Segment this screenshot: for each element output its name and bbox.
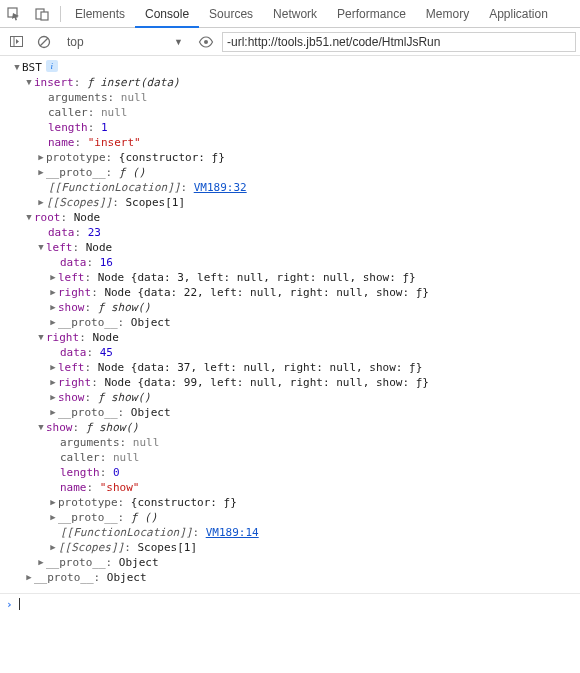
prop-key: data	[48, 225, 75, 240]
prop-key[interactable]: prototype	[46, 150, 106, 165]
disclosure-triangle[interactable]: ▶	[48, 360, 58, 375]
prop-key[interactable]: right	[58, 285, 91, 300]
disclosure-triangle[interactable]: ▶	[36, 555, 46, 570]
eye-icon[interactable]	[194, 30, 218, 54]
prop-key[interactable]: __proto__	[34, 570, 94, 585]
prop-key[interactable]: __proto__	[58, 405, 118, 420]
disclosure-triangle[interactable]: ▼	[36, 420, 46, 435]
prop-key[interactable]: insert	[34, 75, 74, 90]
tab-memory[interactable]: Memory	[416, 0, 479, 28]
prop-key: caller	[48, 105, 88, 120]
prop-value: null	[113, 450, 140, 465]
prop-value[interactable]: ƒ insert(data)	[87, 75, 180, 90]
prop-value[interactable]: Scopes[1]	[125, 195, 185, 210]
disclosure-triangle[interactable]: ▼	[24, 75, 34, 90]
prop-value[interactable]: ƒ ()	[131, 510, 158, 525]
prop-key[interactable]: __proto__	[46, 165, 106, 180]
disclosure-triangle[interactable]: ▼	[12, 60, 22, 75]
prop-key[interactable]: __proto__	[58, 510, 118, 525]
disclosure-triangle[interactable]: ▼	[36, 330, 46, 345]
inspect-icon[interactable]	[0, 0, 28, 28]
prop-key[interactable]: [[Scopes]]	[58, 540, 124, 555]
prop-key[interactable]: left	[58, 270, 85, 285]
prop-value[interactable]: Node {data: 22, left: null, right: null,…	[104, 285, 429, 300]
prop-value[interactable]: Object	[131, 405, 171, 420]
prop-key[interactable]: __proto__	[46, 555, 106, 570]
prop-key: length	[60, 465, 100, 480]
prop-value[interactable]: Object	[107, 570, 147, 585]
disclosure-triangle[interactable]: ▶	[48, 390, 58, 405]
prop-value[interactable]: Node	[74, 210, 101, 225]
context-selector[interactable]: top ▼	[60, 32, 190, 52]
disclosure-triangle[interactable]: ▶	[48, 270, 58, 285]
prop-value[interactable]: {constructor: ƒ}	[131, 495, 237, 510]
tab-performance[interactable]: Performance	[327, 0, 416, 28]
tab-elements[interactable]: Elements	[65, 0, 135, 28]
disclosure-triangle[interactable]: ▶	[48, 300, 58, 315]
prop-key[interactable]: right	[58, 375, 91, 390]
disclosure-triangle[interactable]: ▶	[48, 315, 58, 330]
prompt-caret-icon: ›	[6, 598, 13, 611]
disclosure-triangle[interactable]: ▶	[48, 510, 58, 525]
disclosure-triangle[interactable]: ▶	[36, 165, 46, 180]
disclosure-triangle[interactable]: ▶	[36, 195, 46, 210]
prop-value: 45	[100, 345, 113, 360]
prop-value[interactable]: ƒ ()	[119, 165, 146, 180]
prop-value: "insert"	[88, 135, 141, 150]
sidebar-toggle-icon[interactable]	[4, 30, 28, 54]
disclosure-triangle[interactable]: ▶	[48, 375, 58, 390]
prop-key[interactable]: prototype	[58, 495, 118, 510]
prop-value[interactable]: Node {data: 37, left: null, right: null,…	[98, 360, 423, 375]
disclosure-triangle[interactable]: ▶	[48, 405, 58, 420]
tab-console[interactable]: Console	[135, 0, 199, 28]
prop-value[interactable]: Node {data: 99, left: null, right: null,…	[104, 375, 429, 390]
disclosure-triangle[interactable]: ▶	[48, 540, 58, 555]
prop-key[interactable]: show	[58, 390, 85, 405]
tab-sources[interactable]: Sources	[199, 0, 263, 28]
prop-key[interactable]: right	[46, 330, 79, 345]
prop-key[interactable]: root	[34, 210, 61, 225]
prop-key[interactable]: left	[46, 240, 73, 255]
prop-key[interactable]: show	[46, 420, 73, 435]
prop-value: 16	[100, 255, 113, 270]
disclosure-triangle[interactable]: ▶	[24, 570, 34, 585]
console-toolbar: top ▼	[0, 28, 580, 56]
disclosure-triangle[interactable]: ▶	[48, 285, 58, 300]
source-link[interactable]: VM189:14	[206, 525, 259, 540]
prop-value[interactable]: Object	[131, 315, 171, 330]
disclosure-triangle[interactable]: ▶	[36, 150, 46, 165]
prop-key[interactable]: show	[58, 300, 85, 315]
prop-value[interactable]: ƒ show()	[86, 420, 139, 435]
tab-application[interactable]: Application	[479, 0, 558, 28]
clear-console-icon[interactable]	[32, 30, 56, 54]
prop-value[interactable]: Node {data: 3, left: null, right: null, …	[98, 270, 416, 285]
filter-input[interactable]	[222, 32, 576, 52]
prop-key[interactable]: left	[58, 360, 85, 375]
disclosure-triangle[interactable]: ▼	[24, 210, 34, 225]
info-icon[interactable]: i	[46, 60, 58, 72]
prop-value[interactable]: Scopes[1]	[137, 540, 197, 555]
prop-value[interactable]: Object	[119, 555, 159, 570]
divider	[60, 6, 61, 22]
device-toggle-icon[interactable]	[28, 0, 56, 28]
tab-network[interactable]: Network	[263, 0, 327, 28]
prop-key: caller	[60, 450, 100, 465]
source-link[interactable]: VM189:32	[194, 180, 247, 195]
console-input[interactable]	[20, 598, 574, 611]
prop-key[interactable]: __proto__	[58, 315, 118, 330]
prop-value[interactable]: Node	[92, 330, 119, 345]
prop-value[interactable]: ƒ show()	[98, 300, 151, 315]
prop-key: arguments	[60, 435, 120, 450]
console-prompt[interactable]: ›	[0, 593, 580, 615]
svg-line-6	[40, 38, 48, 46]
object-label[interactable]: BST	[22, 60, 42, 75]
disclosure-triangle[interactable]: ▶	[48, 495, 58, 510]
disclosure-triangle[interactable]: ▼	[36, 240, 46, 255]
prop-key: data	[60, 345, 87, 360]
prop-key: [[FunctionLocation]]	[48, 180, 180, 195]
prop-value[interactable]: ƒ show()	[98, 390, 151, 405]
prop-key: data	[60, 255, 87, 270]
prop-key[interactable]: [[Scopes]]	[46, 195, 112, 210]
prop-value[interactable]: {constructor: ƒ}	[119, 150, 225, 165]
prop-value[interactable]: Node	[86, 240, 113, 255]
